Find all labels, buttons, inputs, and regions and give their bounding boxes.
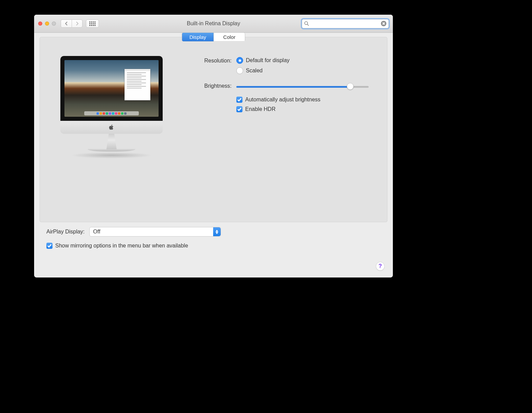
- show-mirroring-checkbox[interactable]: Show mirroring options in the menu bar w…: [46, 243, 188, 249]
- slider-fill: [236, 86, 350, 88]
- preferences-window: Built-in Retina Display Display Color: [34, 15, 393, 277]
- select-stepper-icon: [213, 227, 221, 236]
- titlebar: Built-in Retina Display: [34, 15, 393, 33]
- chevron-right-icon: [75, 22, 79, 26]
- resolution-default-radio[interactable]: Default for display: [236, 57, 290, 64]
- checkbox-label: Enable HDR: [245, 106, 276, 112]
- resolution-row: Resolution: Default for display Scaled: [187, 57, 377, 74]
- clear-search-button[interactable]: [381, 21, 386, 26]
- tab-display[interactable]: Display: [182, 33, 213, 41]
- brightness-label: Brightness:: [187, 82, 232, 89]
- x-icon: [382, 22, 385, 25]
- imac-screen: [60, 56, 163, 121]
- back-button[interactable]: [61, 19, 72, 28]
- airplay-label: AirPlay Display:: [46, 229, 85, 235]
- help-icon: ?: [379, 263, 382, 269]
- resolution-scaled-radio[interactable]: Scaled: [236, 67, 290, 74]
- checkbox-label: Automatically adjust brightness: [245, 97, 321, 103]
- checkbox-checked-icon: [236, 97, 242, 103]
- select-value: Off: [93, 229, 100, 235]
- enable-hdr-checkbox[interactable]: Enable HDR: [236, 106, 369, 112]
- auto-brightness-checkbox[interactable]: Automatically adjust brightness: [236, 97, 369, 103]
- help-button[interactable]: ?: [376, 262, 385, 271]
- checkbox-checked-icon: [46, 243, 53, 249]
- checkbox-label: Show mirroring options in the menu bar w…: [55, 243, 188, 249]
- svg-point-0: [305, 22, 308, 25]
- settings-form: Resolution: Default for display Scaled: [187, 57, 377, 120]
- imac-stand: [102, 134, 121, 149]
- text-window-preview: [124, 69, 150, 100]
- svg-line-1: [307, 24, 309, 26]
- radio-label: Default for display: [246, 57, 290, 63]
- window-controls: [38, 22, 56, 26]
- airplay-row: AirPlay Display: Off: [46, 227, 381, 237]
- apple-logo-icon: [109, 125, 114, 130]
- close-window-button[interactable]: [38, 22, 42, 26]
- grid-icon: [89, 22, 95, 26]
- resolution-label: Resolution:: [187, 57, 232, 64]
- search-field[interactable]: [302, 19, 389, 28]
- chevron-left-icon: [65, 22, 68, 26]
- slider-thumb[interactable]: [347, 83, 354, 90]
- footer: AirPlay Display: Off Show mirroring opti…: [40, 222, 387, 249]
- forward-button[interactable]: [72, 19, 83, 28]
- main-panel: Display Color: [40, 37, 387, 222]
- airplay-select[interactable]: Off: [89, 227, 221, 237]
- minimize-window-button[interactable]: [45, 22, 49, 26]
- nav-buttons: [61, 19, 83, 28]
- radio-on-icon: [236, 57, 243, 64]
- tab-color[interactable]: Color: [213, 33, 245, 41]
- zoom-window-button: [52, 22, 56, 26]
- imac-chin: [60, 121, 163, 134]
- mirroring-row: Show mirroring options in the menu bar w…: [46, 243, 381, 249]
- wallpaper-preview: [64, 60, 159, 117]
- dock-preview: [84, 111, 139, 115]
- checkbox-checked-icon: [236, 106, 242, 112]
- search-icon: [304, 21, 309, 26]
- search-input[interactable]: [311, 21, 379, 26]
- show-all-button[interactable]: [86, 19, 99, 28]
- brightness-slider[interactable]: [236, 83, 369, 90]
- tab-segmented-control: Display Color: [182, 32, 245, 42]
- radio-label: Scaled: [246, 68, 263, 74]
- brightness-row: Brightness: Automatically adjust brightn…: [187, 82, 377, 112]
- display-illustration: [60, 56, 163, 158]
- radio-off-icon: [236, 67, 243, 74]
- imac-shadow: [71, 152, 152, 158]
- content: Display Color: [34, 33, 393, 249]
